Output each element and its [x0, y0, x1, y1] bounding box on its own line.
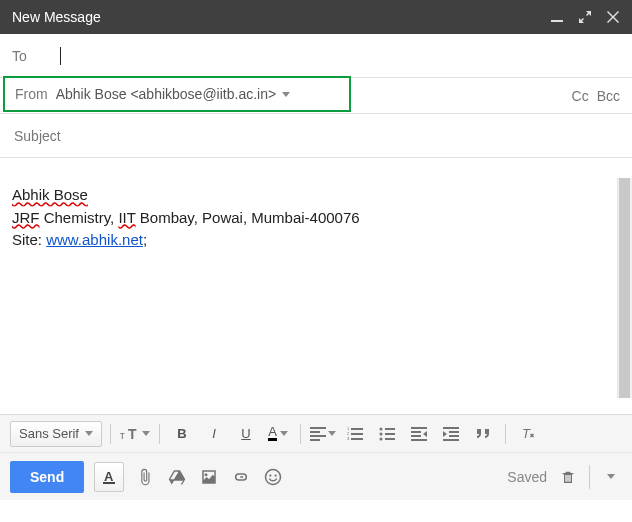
svg-rect-0 [551, 20, 563, 22]
svg-point-12 [266, 469, 281, 484]
svg-point-8 [379, 437, 382, 440]
bold-button[interactable]: B [168, 421, 196, 447]
chevron-down-icon [85, 431, 93, 436]
numbered-list-button[interactable]: 123 [341, 421, 369, 447]
align-button[interactable] [309, 421, 337, 447]
emoji-icon[interactable] [262, 466, 284, 488]
saved-status: Saved [507, 469, 547, 485]
svg-text:T: T [128, 426, 137, 442]
svg-point-14 [275, 474, 277, 476]
font-size-button[interactable]: тT [119, 421, 151, 447]
bulleted-list-button[interactable] [373, 421, 401, 447]
formatting-toggle-button[interactable]: A [94, 462, 124, 492]
bcc-toggle[interactable]: Bcc [597, 88, 620, 104]
subject-input[interactable] [12, 127, 620, 145]
compose-title: New Message [12, 9, 550, 25]
from-row: From Abhik Bose <abhikbose@iitb.ac.in> C… [0, 78, 632, 114]
to-label: To [12, 48, 60, 64]
message-body[interactable]: Abhik Bose JRF Chemistry, IIT Bombay, Po… [0, 158, 632, 414]
svg-text:т: т [120, 430, 125, 441]
photo-icon[interactable] [198, 466, 220, 488]
chevron-down-icon [607, 474, 615, 479]
link-icon[interactable] [230, 466, 252, 488]
svg-text:T: T [522, 427, 531, 441]
formatting-toolbar: Sans Serif тT B I U A 123 T [0, 414, 632, 452]
compose-header: New Message [0, 0, 632, 34]
italic-button[interactable]: I [200, 421, 228, 447]
from-address[interactable]: Abhik Bose <abhikbose@iitb.ac.in> [56, 86, 276, 102]
from-label: From [15, 86, 48, 102]
signature-link[interactable]: www.abhik.net [46, 231, 143, 248]
quote-button[interactable] [469, 421, 497, 447]
chevron-down-icon [142, 431, 150, 436]
remove-formatting-button[interactable]: T [514, 421, 542, 447]
svg-point-6 [379, 427, 382, 430]
bottom-bar: Send A Saved [0, 452, 632, 500]
separator [589, 465, 590, 489]
svg-text:3: 3 [347, 436, 350, 441]
expand-icon[interactable] [578, 10, 592, 24]
to-input[interactable] [61, 34, 620, 77]
attach-icon[interactable] [134, 466, 156, 488]
minimize-icon[interactable] [550, 10, 564, 24]
indent-more-button[interactable] [437, 421, 465, 447]
svg-rect-11 [103, 482, 115, 484]
chevron-down-icon[interactable] [282, 92, 290, 97]
underline-button[interactable]: U [232, 421, 260, 447]
signature-site: Site: www.abhik.net; [12, 229, 620, 252]
svg-text:A: A [104, 469, 114, 484]
drive-icon[interactable] [166, 466, 188, 488]
window-controls [550, 10, 620, 24]
cc-toggle[interactable]: Cc [572, 88, 589, 104]
close-icon[interactable] [606, 10, 620, 24]
to-row: To [0, 34, 632, 78]
subject-row [0, 114, 632, 158]
cc-bcc-group: Cc Bcc [572, 88, 620, 104]
text-color-button[interactable]: A [264, 421, 292, 447]
scrollbar-thumb[interactable] [619, 178, 630, 398]
signature-name: Abhik Bose [12, 186, 88, 203]
font-family-selector[interactable]: Sans Serif [10, 421, 102, 447]
more-options-button[interactable] [600, 466, 622, 488]
separator [300, 424, 301, 444]
bottom-right-group: Saved [507, 465, 622, 489]
discard-icon[interactable] [557, 466, 579, 488]
from-selector-highlight: From Abhik Bose <abhikbose@iitb.ac.in> [3, 76, 351, 112]
send-button[interactable]: Send [10, 461, 84, 493]
chevron-down-icon [328, 431, 336, 436]
separator [159, 424, 160, 444]
separator [110, 424, 111, 444]
svg-point-13 [269, 474, 271, 476]
svg-point-7 [379, 432, 382, 435]
separator [505, 424, 506, 444]
signature-line2: JRF Chemistry, IIT Bombay, Powai, Mumbai… [12, 207, 620, 230]
indent-less-button[interactable] [405, 421, 433, 447]
chevron-down-icon [280, 431, 288, 436]
